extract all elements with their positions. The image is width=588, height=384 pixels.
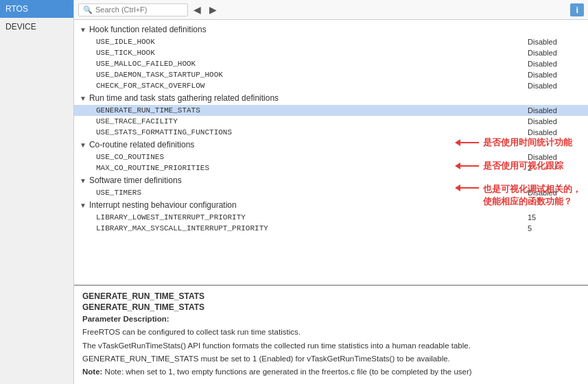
section-software-timer[interactable]: ▼ Software timer definitions xyxy=(74,173,588,187)
row-max-co-routine-priorities[interactable]: MAX_CO_ROUTINE_PRIORITIES 2 xyxy=(74,163,588,173)
section-hook-label: Hook function related definitions xyxy=(89,25,207,34)
section-hook-functions[interactable]: ▼ Hook function related definitions xyxy=(74,23,588,36)
next-button[interactable]: ▶ xyxy=(207,3,220,16)
config-area: ▼ Hook function related definitions USE_… xyxy=(74,20,588,285)
desc-title-2: GENERATE_RUN_TIME_STATS xyxy=(82,302,580,312)
row-use-malloc-failed-hook[interactable]: USE_MALLOC_FAILED_HOOK Disabled xyxy=(74,58,588,69)
arrow-icon-4: ▼ xyxy=(80,177,86,184)
desc-title-1: GENERATE_RUN_TIME_STATS xyxy=(82,291,580,301)
description-panel: GENERATE_RUN_TIME_STATS GENERATE_RUN_TIM… xyxy=(74,285,588,384)
main-panel: 🔍 ◀ ▶ i ▼ Hook function related definiti… xyxy=(74,0,588,384)
row-use-trace-facility[interactable]: USE_TRACE_FACILITY Disabled xyxy=(74,116,588,127)
desc-param-label: Parameter Description: xyxy=(82,315,169,323)
row-use-co-routines[interactable]: USE_CO_ROUTINES Disabled xyxy=(74,152,588,163)
sidebar-item-rtos[interactable]: RTOS xyxy=(0,0,73,18)
row-use-timers[interactable]: USE_TIMERS Disabled xyxy=(74,187,588,198)
desc-line-1: FreeRTOS can be configured to collect ta… xyxy=(82,326,580,338)
section-co-routine[interactable]: ▼ Co-routine related definitions xyxy=(74,138,588,152)
row-use-tick-hook[interactable]: USE_TICK_HOOK Disabled xyxy=(74,47,588,58)
row-library-lowest-interrupt[interactable]: LIBRARY_LOWEST_INTERRUPT_PRIORITY 15 xyxy=(74,212,588,223)
row-use-idle-hook[interactable]: USE_IDLE_HOOK Disabled xyxy=(74,36,588,47)
row-use-daemon-task[interactable]: USE_DAEMON_TASK_STARTUP_HOOK Disabled xyxy=(74,69,588,80)
sidebar: RTOS DEVICE xyxy=(0,0,74,384)
search-box[interactable]: 🔍 xyxy=(78,3,188,16)
section-run-time-label: Run time and task stats gathering relate… xyxy=(89,93,279,103)
desc-line-4: Note: Note: when set to 1, two empty fun… xyxy=(82,366,580,378)
info-button[interactable]: i xyxy=(570,3,584,16)
arrow-icon-2: ▼ xyxy=(80,95,86,102)
arrow-icon: ▼ xyxy=(80,26,86,34)
arrow-icon-5: ▼ xyxy=(80,202,86,209)
desc-line-3: GENERATE_RUN_TIME_STATS must be set to 1… xyxy=(82,353,580,365)
search-input[interactable] xyxy=(95,5,178,14)
row-generate-run-time-stats[interactable]: GENERATE_RUN_TIME_STATS Disabled xyxy=(74,105,588,116)
section-run-time-stats[interactable]: ▼ Run time and task stats gathering rela… xyxy=(74,91,588,105)
toolbar: 🔍 ◀ ▶ i xyxy=(74,0,588,20)
arrow-icon-3: ▼ xyxy=(80,141,86,149)
section-software-timer-label: Software timer definitions xyxy=(89,176,182,185)
section-interrupt-nesting[interactable]: ▼ Interrupt nesting behaviour configurat… xyxy=(74,198,588,212)
prev-button[interactable]: ◀ xyxy=(191,3,204,16)
row-check-stack-overflow[interactable]: CHECK_FOR_STACK_OVERFLOW Disabled xyxy=(74,80,588,91)
row-library-max-syscall[interactable]: LIBRARY_MAX_SYSCALL_INTERRUPT_PRIORITY 5 xyxy=(74,223,588,234)
desc-line-2: The vTaskGetRunTimeStats() API function … xyxy=(82,340,580,352)
sidebar-item-device[interactable]: DEVICE xyxy=(0,18,73,36)
row-use-stats-formatting[interactable]: USE_STATS_FORMATTING_FUNCTIONS Disabled xyxy=(74,127,588,138)
config-tree: ▼ Hook function related definitions USE_… xyxy=(74,20,588,237)
search-icon: 🔍 xyxy=(83,5,93,14)
section-interrupt-label: Interrupt nesting behaviour configuratio… xyxy=(89,200,237,210)
section-co-routine-label: Co-routine related definitions xyxy=(89,140,194,149)
